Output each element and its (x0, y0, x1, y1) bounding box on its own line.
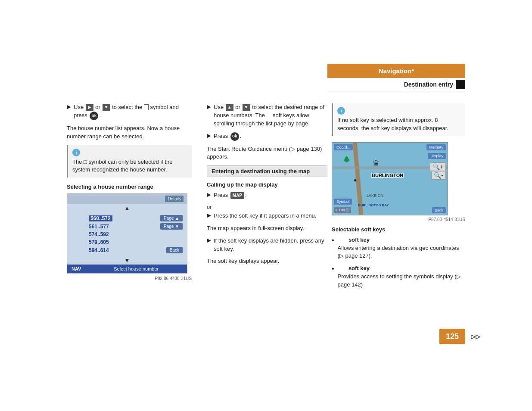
page-number: 125 (439, 329, 465, 344)
display-button[interactable]: Display (428, 153, 446, 159)
ok-button-mid: ok (230, 132, 239, 141)
mid-bullet-text-5: If the soft key displays are hidden, pre… (214, 237, 327, 253)
info-icon-right: i (337, 107, 345, 115)
mid-bullet-arrow-2: ▶ (207, 132, 211, 139)
zoom-minus-button[interactable]: 🔍- (431, 171, 446, 180)
bullet-item-1: ▶ Use ▶ or ▼ to select the symbol and pr… (67, 103, 192, 120)
soft-key-bullet-2: • (332, 265, 334, 273)
mid-bullet-arrow-5: ▶ (207, 237, 211, 243)
mid-sub-text-3: The map appears in full-screen display. (207, 224, 327, 233)
calling-map-heading: Calling up the map display (207, 181, 327, 188)
info-box-left: i The □ symbol can only be selected if t… (67, 145, 192, 178)
row-number-2: 561..577 (89, 224, 109, 230)
nav-title: Navigation* (327, 64, 465, 78)
mid-bullet-text-4: Press the soft key if it appears in a me… (214, 212, 316, 220)
info-text-right: If no soft key is selected within approx… (337, 116, 461, 133)
forward-arrow: ▷▷ (471, 333, 480, 340)
down-arrow-row: ▼ (67, 256, 187, 265)
soft-keys-heading: Selectable soft keys (332, 226, 465, 233)
symbol-button[interactable]: Symbol (334, 199, 352, 205)
page-down-button[interactable]: Page ▼ (160, 223, 183, 230)
sub-text-1: The house number list appears. Now a hou… (67, 125, 192, 141)
screenshot-rows: 560..572 Page ▲ 561..577 Page ▼ 574..592… (67, 212, 187, 256)
info-icon-left: i (72, 149, 80, 156)
mid-sub-text-4: The soft key displays appear. (207, 257, 327, 265)
details-button[interactable]: Details (165, 196, 184, 202)
soft-key-desc-1: Allows entering a destination via geo co… (338, 245, 459, 259)
table-row: 574..592 (67, 230, 187, 238)
lake-on-label: LAKE ON (367, 193, 383, 198)
map-caption: P87.80-4514-31US (332, 217, 465, 222)
table-row: 579..605 (67, 238, 187, 246)
soft-key-label-1: soft key (338, 237, 370, 243)
map-back-button[interactable]: Back (432, 207, 446, 213)
right-column: i If no soft key is selected within appr… (332, 103, 465, 293)
mid-bullet-5: ▶ If the soft key displays are hidden, p… (207, 237, 327, 253)
right-arrow-btn: ▶ (86, 104, 93, 111)
back-button[interactable]: Back (166, 247, 183, 253)
nav-label: NAV (72, 266, 81, 271)
memory-button[interactable]: Memory (426, 144, 446, 150)
coord-button[interactable]: Coord... (334, 144, 353, 150)
down-arrow-sym: ▼ (124, 257, 130, 264)
down-arrow-btn: ▼ (103, 104, 110, 111)
table-row: 560..572 Page ▲ (67, 214, 187, 222)
map-icon-dot: ● (354, 177, 357, 183)
mid-bullet-text-1: Use ▲ or ▼ to select the desired range o… (214, 103, 327, 128)
screenshot-bottom-bar: NAV Select house number (67, 265, 187, 273)
dest-title-bar: Destination entry (327, 78, 465, 91)
page-up-button[interactable]: Page ▲ (160, 215, 183, 221)
row-number-4: 579..605 (89, 239, 109, 245)
dest-black-box (456, 80, 465, 89)
info-text-left: The □ symbol can only be selected if the… (72, 158, 187, 174)
row-number-1: 560..572 (89, 215, 112, 221)
square-symbol (144, 104, 149, 110)
row-number-5: 594..614 (89, 247, 109, 253)
down-arrow-btn-mid: ▼ (243, 104, 250, 111)
soft-key-text-2: soft key Provides access to setting the … (338, 265, 465, 289)
map-button: MAP (230, 192, 244, 199)
zoom-plus-button[interactable]: 🔍+ (430, 162, 446, 171)
header-bar: Navigation* Destination entry (327, 64, 465, 91)
distance-label: 0.1 mi ⓘ (334, 207, 351, 213)
mid-bullet-2: ▶ Press ok. (207, 132, 327, 141)
burlington-label: BURLINGTON (371, 173, 404, 178)
soft-key-desc-2: Provides access to setting the symbols d… (338, 273, 461, 288)
mid-bullet-arrow-1: ▶ (207, 103, 211, 110)
mid-bullet-4: ▶ Press the soft key if it appears in a … (207, 212, 327, 220)
mid-bullet-arrow-3: ▶ (207, 191, 211, 198)
table-row: 594..614 Back (67, 246, 187, 254)
house-number-screenshot: Details ▲ 560..572 Page ▲ 561..577 Page … (67, 193, 187, 274)
map-icon-building: 🏛 (373, 160, 379, 167)
ok-button: ok (90, 112, 98, 120)
mid-bullet-text-3: Press MAP; (214, 191, 247, 199)
bullet-arrow-1: ▶ (67, 103, 71, 110)
table-row: 561..577 Page ▼ (67, 222, 187, 230)
mid-bullet-arrow-4: ▶ (207, 212, 211, 218)
mid-sub-text-2: The Start Route Guidance menu (▷ page 13… (207, 145, 327, 162)
up-arrow-sym: ▲ (124, 205, 130, 212)
entering-dest-heading: Entering a destination using the map (207, 165, 327, 177)
up-arrow-btn-mid: ▲ (226, 104, 233, 111)
burlington-bay-label: BURLINGTON BAY (358, 203, 389, 207)
section-heading-house: Selecting a house number range (67, 184, 192, 190)
map-screenshot: 🌲 🏛 ● Coord... Memory Display 🔍+ 🔍- BURL… (332, 142, 448, 215)
select-label: Select house number (90, 266, 183, 271)
row-number-3: 574..592 (89, 231, 109, 237)
dest-title-text: Destination entry (404, 81, 453, 88)
mid-bullet-text-2: Press ok. (214, 132, 241, 141)
screenshot-top: Details (67, 194, 187, 204)
soft-key-item-1: • soft key Allows entering a destination… (332, 236, 465, 261)
bullet-text-1: Use ▶ or ▼ to select the symbol and pres… (74, 103, 192, 120)
soft-key-bullet-1: • (332, 236, 334, 244)
up-arrow-row: ▲ (67, 204, 187, 212)
mid-bullet-3: ▶ Press MAP; (207, 191, 327, 199)
soft-key-text-1: soft key Allows entering a destination v… (338, 236, 465, 261)
info-box-right: i If no soft key is selected within appr… (332, 103, 465, 136)
or-text: or (207, 204, 327, 210)
soft-key-label-2: soft key (338, 265, 370, 271)
screenshot-caption: P82.86-4430-31US (67, 276, 192, 281)
mid-bullet-1: ▶ Use ▲ or ▼ to select the desired range… (207, 103, 327, 128)
map-icon-tree: 🌲 (343, 156, 350, 162)
soft-key-item-2: • soft key Provides access to setting th… (332, 265, 465, 289)
